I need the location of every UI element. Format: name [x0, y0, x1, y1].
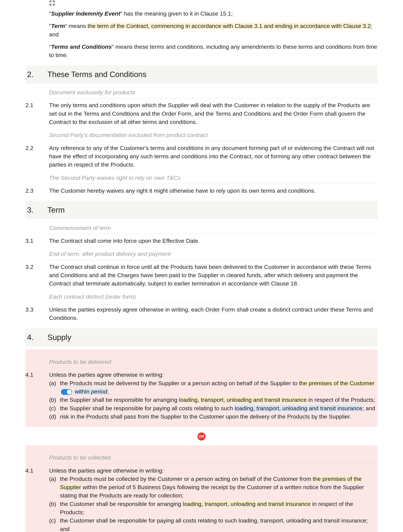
text: ;: [83, 509, 84, 515]
clause-subtitle: Commencement of term: [49, 224, 378, 234]
text: within: [75, 388, 91, 395]
item-letter: (c): [49, 404, 60, 412]
text: the: [60, 380, 69, 386]
clause-3-2: 3.2 The Contract shall continue in force…: [25, 263, 378, 288]
segmented-circle-icon: [49, 0, 55, 6]
text: ;: [373, 397, 375, 403]
clause-number: 4.1: [25, 371, 49, 421]
text: The Contract shall continue in force unt…: [49, 264, 170, 270]
text: the: [60, 476, 69, 482]
clause-18-link[interactable]: Clause 18: [271, 280, 297, 287]
clause-body: Unless the parties expressly agree other…: [49, 305, 378, 322]
clause-subtitle: Products to be delivered: [49, 358, 378, 368]
clause-subtitle: Each contract distinct (order form): [49, 293, 378, 303]
highlighted-text: within period: [75, 388, 107, 395]
effective-date-link[interactable]: Effective Date: [162, 238, 198, 244]
def-text: " has the meaning given to it in: [120, 10, 200, 17]
section-2-header: 2. These Terms and Conditions: [25, 65, 378, 83]
clause-body: The Customer hereby waives any right it …: [49, 187, 378, 195]
definition-supplier-indemnity: "Supplier Indemnity Event" has the meani…: [49, 9, 378, 18]
clause-number: 3.3: [25, 305, 49, 322]
text: must be delivered by the Supplier or a p…: [92, 380, 299, 386]
item-letter: (c): [49, 516, 60, 532]
section-title: Term: [47, 204, 65, 216]
list-item: (c) the Supplier shall be responsible fo…: [49, 404, 378, 412]
order-form-link[interactable]: Order Form: [162, 110, 191, 117]
item-letter: (d): [49, 412, 60, 421]
text: within the period of: [81, 484, 132, 490]
alternative-block-delivered: Products to be delivered 4.1 Unless the …: [25, 350, 378, 427]
clause-3-1: 3.1 The Contract shall come into force u…: [25, 237, 378, 245]
clause-number: 2.3: [25, 187, 49, 195]
clause-subtitle: Products to be collected: [49, 453, 378, 464]
order-form-link[interactable]: Order Form: [205, 306, 235, 313]
text: in respect of the: [307, 397, 351, 403]
products-link[interactable]: Products: [69, 476, 92, 482]
business-days-link[interactable]: 5 Business Days: [132, 484, 176, 491]
item-body: the Supplier shall be responsible for ar…: [60, 396, 378, 404]
term-label: Term: [51, 23, 65, 29]
item-body: the Products must be collected by the Cu…: [60, 475, 378, 500]
item-letter: (b): [49, 500, 60, 517]
products-link[interactable]: Products: [351, 397, 373, 403]
products-link[interactable]: Products: [99, 492, 122, 499]
text: ; and: [362, 405, 375, 412]
products-link[interactable]: Products: [60, 509, 83, 516]
text: by the Supplier.: [310, 413, 351, 420]
item-letter: (a): [49, 379, 60, 396]
products-link[interactable]: Products: [69, 380, 92, 387]
section-number: 2.: [27, 69, 47, 80]
period-field[interactable]: period: [91, 388, 107, 395]
highlighted-text: loading, transport, unloading and transi…: [235, 405, 362, 412]
item-letter: (b): [49, 396, 60, 404]
term-label: Supplier Indemnity Event: [51, 10, 120, 17]
text: must be collected by the Customer or a p…: [92, 476, 313, 482]
clause-subtitle: End of term: after product delivery and …: [49, 250, 378, 260]
text: .: [297, 280, 299, 287]
text: in respect of the: [311, 501, 353, 507]
section-4-header: 4. Supply: [25, 328, 378, 346]
definition-terms-conditions: "Terms and Conditions" means these terms…: [49, 43, 378, 59]
text: the Customer shall be responsible for ar…: [60, 501, 183, 507]
section-title: Supply: [47, 332, 71, 343]
toggle-switch[interactable]: [61, 389, 72, 395]
text: are ready for collection;: [122, 492, 183, 499]
alternative-block-collected: Products to be collected 4.1 Unless the …: [25, 445, 378, 532]
clause-2-2: 2.2 Any reference to any of the Customer…: [25, 144, 378, 169]
clause-subtitle: Document exclusivity for products: [49, 88, 378, 98]
text: Unless the parties expressly agree other…: [49, 306, 205, 313]
products-link[interactable]: Products: [287, 413, 310, 420]
clause-4-1-collected: 4.1 Unless the parties agree otherwise i…: [25, 467, 378, 532]
list-item: (d) risk in the Products shall pass from…: [49, 412, 378, 421]
text: The Contract shall come into force upon …: [49, 238, 162, 244]
list-item: (a) the Products must be delivered by th…: [49, 379, 378, 396]
document-body: "Supplier Indemnity Event" has the meani…: [0, 0, 403, 532]
clause-body: The Contract shall come into force upon …: [49, 237, 378, 245]
products-link[interactable]: Products: [337, 102, 360, 109]
item-body: the Products must be delivered by the Su…: [60, 379, 378, 396]
text: shall pass from the Supplier to the Cust…: [109, 413, 287, 420]
list-item: (b) the Supplier shall be responsible fo…: [49, 396, 378, 404]
or-divider: OR: [25, 432, 378, 441]
highlighted-text: the term of the Contract, commencing in …: [88, 23, 371, 29]
definition-term: "Term" means the term of the Contract, c…: [49, 22, 378, 39]
products-link[interactable]: Products: [111, 161, 133, 168]
or-badge: OR: [197, 432, 206, 441]
text: The only terms and conditions upon which…: [49, 102, 337, 108]
clause-number: 3.2: [25, 263, 49, 288]
item-body: the Customer shall be responsible for ar…: [60, 500, 378, 517]
clause-ref-link[interactable]: Clause 15.1: [200, 10, 231, 17]
products-link[interactable]: Products: [170, 264, 193, 270]
order-form-link[interactable]: Order Form: [293, 110, 323, 117]
clause-body: Unless the parties agree otherwise in wr…: [49, 467, 378, 532]
def-text: ;: [231, 10, 233, 17]
text: , and the Terms and Conditions and the: [191, 110, 293, 117]
charges-link[interactable]: Charges: [117, 272, 139, 279]
clause-subtitle: Second Party's documentation excluded fr…: [49, 131, 378, 141]
products-link[interactable]: Products: [86, 413, 109, 420]
item-body: risk in the Products shall pass from the…: [60, 412, 378, 421]
section-number: 4.: [27, 332, 47, 343]
text: ;: [107, 388, 108, 395]
item-letter: (a): [49, 475, 60, 500]
clause-subtitle: The Second Party waives right to rely on…: [49, 174, 378, 184]
